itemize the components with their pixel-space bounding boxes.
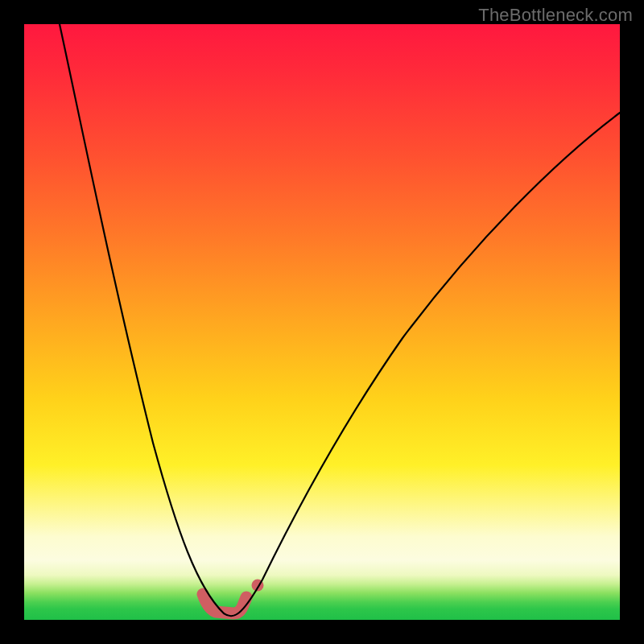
curve-svg	[24, 24, 620, 620]
bottleneck-curve	[60, 24, 620, 616]
plot-area	[24, 24, 620, 620]
watermark-text: TheBottleneck.com	[478, 5, 633, 26]
chart-frame: TheBottleneck.com	[0, 0, 644, 644]
